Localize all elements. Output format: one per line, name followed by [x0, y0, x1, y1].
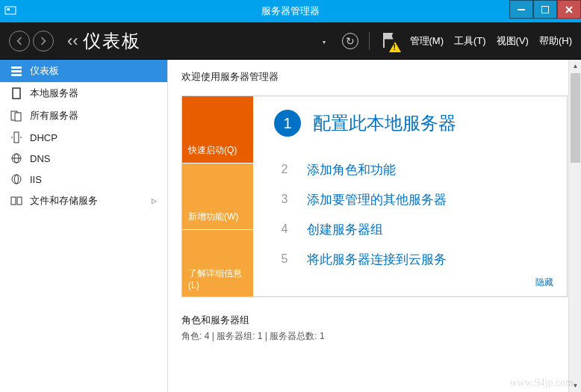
window-title: 服务器管理器 — [261, 4, 320, 18]
hide-link[interactable]: 隐藏 — [535, 276, 553, 289]
sidebar-item-label: IIS — [30, 174, 42, 185]
scrollbar[interactable]: ▲ ▼ — [568, 60, 581, 392]
sidebar-item-label: 文件和存储服务 — [30, 194, 98, 208]
server-icon — [10, 87, 22, 99]
sidebar-item-iis[interactable]: IIS — [0, 169, 167, 190]
tab-learn-more[interactable]: 了解详细信息(L) — [182, 229, 253, 296]
step-cloud-connect[interactable]: 5 将此服务器连接到云服务 — [274, 249, 550, 270]
roles-groups-summary: 角色: 4 | 服务器组: 1 | 服务器总数: 1 — [181, 330, 581, 343]
sidebar-item-label: 本地服务器 — [30, 87, 78, 100]
step-server-group[interactable]: 4 创建服务器组 — [274, 219, 550, 240]
svg-rect-1 — [7, 8, 10, 10]
maximize-button[interactable] — [533, 0, 557, 19]
tab-whats-new[interactable]: 新增功能(W) — [182, 163, 253, 230]
sidebar-item-label: DNS — [30, 153, 50, 164]
sidebar-item-dns[interactable]: DNS — [0, 148, 167, 169]
menu-help[interactable]: 帮助(H) — [539, 34, 572, 48]
main-content: 欢迎使用服务器管理器 快速启动(Q) 新增功能(W) 了解详细信息(L) 1 配… — [168, 60, 581, 392]
refresh-button[interactable] — [342, 33, 358, 49]
sidebar-item-dhcp[interactable]: DHCP — [0, 127, 167, 148]
sidebar: 仪表板 本地服务器 所有服务器 DHCP DNS IIS 文件和存储服务 ▷ — [0, 60, 168, 392]
nav-forward-button[interactable] — [33, 31, 54, 52]
svg-rect-7 — [14, 132, 19, 143]
sidebar-item-label: DHCP — [30, 132, 58, 143]
step-text: 将此服务器连接到云服务 — [307, 251, 447, 268]
step-text: 创建服务器组 — [307, 221, 383, 238]
svg-rect-4 — [13, 88, 20, 99]
welcome-card: 快速启动(Q) 新增功能(W) 了解详细信息(L) 1 配置此本地服务器 2 添… — [181, 96, 568, 297]
scroll-down-button[interactable]: ▼ — [569, 379, 581, 392]
step-number: 2 — [274, 159, 295, 180]
sidebar-item-label: 仪表板 — [30, 64, 59, 78]
toolbar-separator — [369, 32, 370, 50]
step-text: 添加角色和功能 — [307, 161, 396, 178]
svg-point-10 — [12, 175, 21, 184]
dns-icon — [10, 152, 22, 164]
step-configure-server[interactable]: 1 配置此本地服务器 — [274, 110, 550, 137]
step-text: 配置此本地服务器 — [313, 111, 456, 135]
roles-groups-header: 角色和服务器组 — [181, 314, 581, 327]
menu-view[interactable]: 视图(V) — [497, 34, 529, 48]
scroll-up-button[interactable]: ▲ — [569, 60, 581, 72]
svg-rect-12 — [11, 197, 16, 205]
step-add-roles[interactable]: 2 添加角色和功能 — [274, 159, 550, 180]
sidebar-item-dashboard[interactable]: 仪表板 — [0, 60, 167, 82]
dhcp-icon — [10, 131, 22, 143]
svg-rect-3 — [541, 6, 549, 13]
breadcrumb-separator-icon: ‹‹ — [67, 31, 78, 51]
menu-tools[interactable]: 工具(T) — [454, 34, 486, 48]
step-number: 1 — [274, 110, 301, 137]
svg-rect-2 — [518, 9, 525, 10]
step-number: 4 — [274, 219, 295, 240]
notifications-button[interactable] — [380, 31, 400, 51]
step-add-servers[interactable]: 3 添加要管理的其他服务器 — [274, 189, 550, 210]
expand-icon[interactable]: ▷ — [152, 197, 157, 205]
menu-manage[interactable]: 管理(M) — [410, 34, 444, 48]
step-text: 添加要管理的其他服务器 — [307, 191, 447, 208]
close-button[interactable] — [557, 0, 581, 19]
sidebar-item-file-storage[interactable]: 文件和存储服务 ▷ — [0, 190, 167, 212]
tab-quick-start[interactable]: 快速启动(Q) — [182, 96, 253, 163]
dashboard-icon — [10, 65, 22, 77]
title-dropdown-icon[interactable] — [320, 35, 326, 46]
sidebar-item-all-servers[interactable]: 所有服务器 — [0, 105, 167, 127]
warning-badge-icon — [389, 42, 401, 52]
minimize-button[interactable] — [509, 0, 533, 19]
scroll-thumb[interactable] — [571, 73, 580, 163]
step-number: 5 — [274, 249, 295, 270]
step-number: 3 — [274, 189, 295, 210]
servers-icon — [10, 110, 22, 122]
sidebar-item-local-server[interactable]: 本地服务器 — [0, 82, 167, 105]
nav-back-button[interactable] — [9, 31, 30, 52]
app-icon — [4, 5, 16, 17]
welcome-header: 欢迎使用服务器管理器 — [181, 70, 581, 84]
storage-icon — [10, 195, 22, 207]
iis-icon — [10, 173, 22, 185]
page-title[interactable]: 仪表板 — [83, 29, 320, 53]
svg-rect-13 — [17, 197, 22, 205]
sidebar-item-label: 所有服务器 — [30, 109, 78, 122]
svg-rect-6 — [15, 113, 21, 121]
svg-point-11 — [15, 175, 19, 184]
